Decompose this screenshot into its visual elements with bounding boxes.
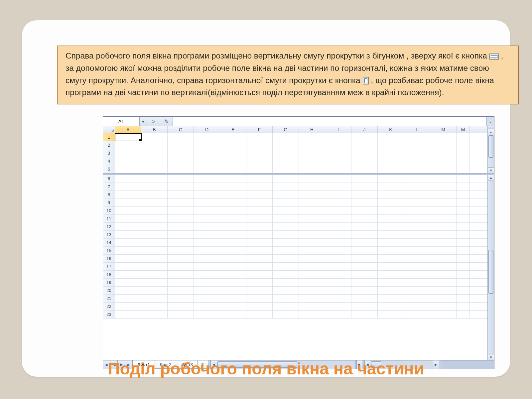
cell[interactable] — [220, 311, 246, 318]
cell[interactable] — [141, 175, 168, 183]
cell[interactable] — [378, 133, 404, 141]
cell[interactable] — [351, 149, 378, 157]
cell[interactable] — [246, 207, 273, 214]
cell[interactable] — [168, 149, 194, 157]
row-header[interactable]: 8 — [103, 191, 115, 199]
cell[interactable] — [220, 223, 246, 230]
cell[interactable] — [351, 133, 378, 141]
cell[interactable] — [430, 247, 457, 254]
cell[interactable] — [273, 287, 299, 294]
cell[interactable] — [457, 157, 470, 165]
cell[interactable] — [404, 183, 430, 191]
cell[interactable] — [351, 199, 378, 206]
cell[interactable] — [141, 279, 168, 286]
cell[interactable] — [325, 223, 351, 230]
cell[interactable] — [378, 263, 404, 270]
cell[interactable] — [351, 231, 378, 238]
cell[interactable] — [273, 207, 299, 214]
cell[interactable] — [430, 271, 457, 278]
cell[interactable] — [168, 223, 194, 230]
cell[interactable] — [325, 157, 351, 165]
cell[interactable] — [246, 271, 273, 278]
cell[interactable] — [168, 279, 194, 286]
cell[interactable] — [325, 271, 351, 278]
active-cell[interactable] — [115, 133, 141, 141]
cell[interactable] — [325, 149, 351, 157]
cell[interactable] — [246, 303, 273, 310]
cell[interactable] — [220, 263, 246, 270]
cell[interactable] — [115, 255, 141, 262]
cell[interactable] — [351, 247, 378, 254]
cell[interactable] — [115, 157, 141, 165]
column-header[interactable]: М — [457, 126, 470, 133]
cell[interactable] — [378, 215, 404, 222]
scroll-thumb-top[interactable] — [488, 135, 493, 158]
cell[interactable] — [141, 215, 168, 222]
cell[interactable] — [168, 311, 194, 318]
cell[interactable] — [246, 149, 273, 157]
cell[interactable] — [194, 207, 220, 214]
cell[interactable] — [351, 207, 378, 214]
column-header[interactable]: J — [351, 126, 378, 133]
cell[interactable] — [457, 239, 470, 246]
cell[interactable] — [404, 175, 430, 183]
cell[interactable] — [404, 271, 430, 278]
cell[interactable] — [194, 223, 220, 230]
row-header[interactable]: 6 — [103, 175, 115, 183]
cell[interactable] — [194, 215, 220, 222]
cell[interactable] — [457, 303, 470, 310]
cell[interactable] — [404, 207, 430, 214]
cell[interactable] — [404, 303, 430, 310]
cell[interactable] — [194, 231, 220, 238]
cell[interactable] — [246, 175, 273, 183]
column-header[interactable]: F — [246, 126, 273, 133]
cell[interactable] — [141, 149, 168, 157]
cell[interactable] — [220, 247, 246, 254]
name-box-dropdown-icon[interactable]: ▾ — [140, 117, 147, 126]
cell[interactable] — [351, 165, 378, 173]
cell[interactable] — [430, 199, 457, 206]
cell[interactable] — [351, 271, 378, 278]
cell[interactable] — [325, 295, 351, 302]
cell[interactable] — [273, 231, 299, 238]
cell[interactable] — [141, 133, 168, 141]
cell[interactable] — [115, 247, 141, 254]
cell[interactable] — [404, 263, 430, 270]
cell[interactable] — [168, 239, 194, 246]
cell[interactable] — [273, 199, 299, 206]
cell[interactable] — [246, 199, 273, 206]
cell[interactable] — [378, 287, 404, 294]
cell[interactable] — [168, 183, 194, 191]
cell[interactable] — [457, 271, 470, 278]
name-box[interactable]: A1 — [103, 117, 140, 126]
cell[interactable] — [325, 239, 351, 246]
cell[interactable] — [430, 175, 457, 183]
cell[interactable] — [299, 263, 325, 270]
row-header[interactable]: 16 — [103, 255, 115, 262]
cell[interactable] — [457, 141, 470, 149]
scroll-up-icon[interactable]: ▲ — [488, 129, 494, 135]
scroll-down-icon[interactable]: ▼ — [488, 167, 494, 173]
cell[interactable] — [378, 279, 404, 286]
cell[interactable] — [351, 311, 378, 318]
cell[interactable] — [404, 311, 430, 318]
cell[interactable] — [457, 223, 470, 230]
cell[interactable] — [351, 141, 378, 149]
cell[interactable] — [141, 247, 168, 254]
cell[interactable] — [457, 311, 470, 318]
row-header[interactable]: 23 — [103, 311, 115, 318]
cell[interactable] — [457, 165, 470, 173]
formula-bar-expand-icon[interactable]: ⌄ — [487, 117, 494, 126]
cell[interactable] — [273, 191, 299, 199]
row-header[interactable]: 19 — [103, 279, 115, 286]
cell[interactable] — [457, 231, 470, 238]
cell[interactable] — [378, 165, 404, 173]
cell[interactable] — [299, 279, 325, 286]
cell[interactable] — [168, 165, 194, 173]
cell[interactable] — [299, 311, 325, 318]
cell[interactable] — [220, 191, 246, 199]
row-header[interactable]: 22 — [103, 303, 115, 310]
cell[interactable] — [273, 255, 299, 262]
cell[interactable] — [141, 287, 168, 294]
cell[interactable] — [299, 149, 325, 157]
